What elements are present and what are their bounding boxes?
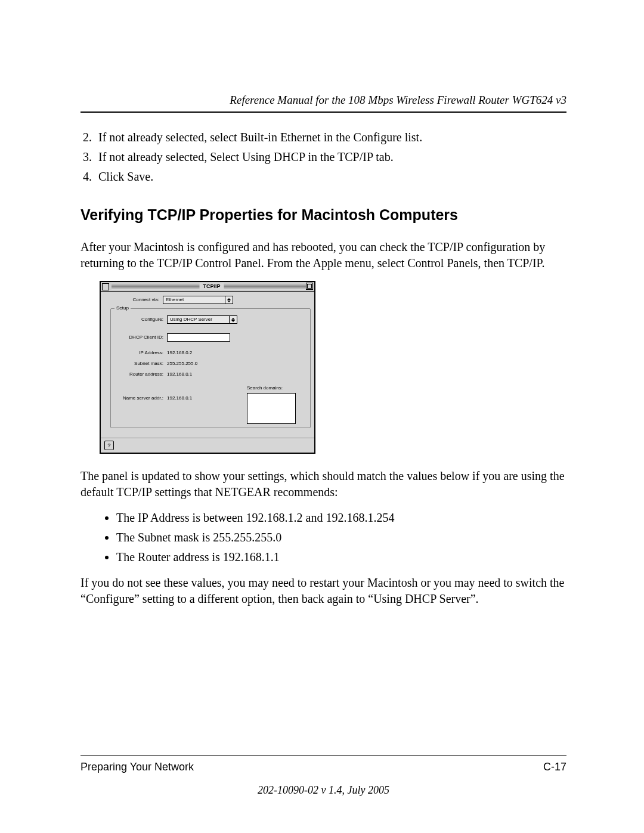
footer-page-number: C-17 [543, 760, 566, 774]
list-item: The Router address is 192.168.1.1 [116, 549, 566, 565]
close-box-icon[interactable] [102, 283, 109, 290]
select-arrows-icon [229, 316, 237, 323]
recommended-values-list: The IP Address is between 192.168.1.2 an… [116, 510, 566, 565]
router-address-value: 192.168.0.1 [167, 371, 192, 378]
after-panel-paragraph: The panel is updated to show your settin… [80, 468, 566, 500]
tcpip-window: TCP/IP Connect via: Ethernet Setup [100, 281, 315, 454]
help-icon: ? [107, 442, 111, 449]
router-address-label: Router address: [114, 371, 167, 378]
step-item: Click Save. [95, 169, 566, 185]
select-arrows-icon [225, 296, 233, 304]
help-button[interactable]: ? [104, 441, 114, 450]
connect-via-select[interactable]: Ethernet [163, 296, 233, 304]
step-item: If not already selected, select Built-in… [95, 129, 566, 145]
numbered-steps: If not already selected, select Built-in… [80, 129, 566, 185]
connect-via-label: Connect via: [104, 297, 163, 304]
resize-box-icon[interactable] [306, 283, 313, 290]
name-server-label: Name server addr.: [114, 395, 167, 402]
list-item: The Subnet mask is 255.255.255.0 [116, 529, 566, 546]
dhcp-client-id-label: DHCP Client ID: [114, 335, 167, 341]
connect-via-value: Ethernet [163, 297, 186, 304]
section-heading: Verifying TCP/IP Properties for Macintos… [80, 205, 566, 225]
intro-paragraph: After your Macintosh is configured and h… [80, 239, 566, 271]
page-footer: Preparing Your Network C-17 202-10090-02… [80, 755, 566, 797]
search-domains-label: Search domains: [247, 385, 306, 392]
window-footer: ? [101, 438, 314, 453]
closing-paragraph: If you do not see these values, you may … [80, 575, 566, 607]
list-item: The IP Address is between 192.168.1.2 an… [116, 510, 566, 526]
step-item: If not already selected, Select Using DH… [95, 149, 566, 165]
tcpip-panel-screenshot: TCP/IP Connect via: Ethernet Setup [100, 281, 566, 454]
footer-doc-id: 202-10090-02 v 1.4, July 2005 [80, 783, 566, 797]
setup-legend: Setup [114, 305, 131, 312]
running-header: Reference Manual for the 108 Mbps Wirele… [80, 92, 566, 113]
configure-value: Using DHCP Server [168, 317, 215, 323]
search-domains-input[interactable] [247, 393, 296, 424]
subnet-mask-label: Subnet mask: [114, 361, 167, 367]
ip-address-label: IP Address: [114, 350, 167, 357]
configure-label: Configure: [114, 317, 167, 323]
window-title: TCP/IP [199, 283, 224, 290]
titlebar-pattern: TCP/IP [112, 284, 312, 290]
dhcp-client-id-input[interactable] [167, 333, 230, 342]
setup-group: Setup Configure: Using DHCP Server DHCP … [110, 308, 311, 428]
window-titlebar: TCP/IP [101, 282, 314, 292]
subnet-mask-value: 255.255.255.0 [167, 360, 197, 367]
configure-select[interactable]: Using DHCP Server [167, 315, 237, 324]
ip-address-value: 192.168.0.2 [167, 349, 192, 357]
name-server-value: 192.168.0.1 [167, 395, 192, 402]
footer-section-name: Preparing Your Network [80, 760, 194, 774]
